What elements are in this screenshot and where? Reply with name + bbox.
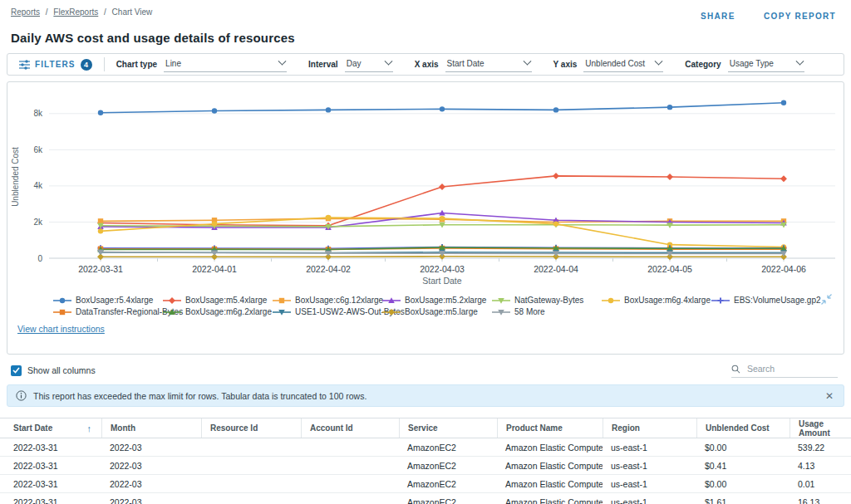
table-cell: 2022-03-31 (0, 475, 101, 492)
svg-text:2022-04-01: 2022-04-01 (192, 264, 237, 274)
svg-text:2022-04-06: 2022-04-06 (761, 264, 806, 274)
column-header-start-date[interactable]: Start Date↑ (0, 418, 101, 438)
svg-text:2022-03-31: 2022-03-31 (78, 264, 123, 274)
info-icon (16, 390, 27, 401)
legend-item[interactable]: BoxUsage:c6g.12xlarge (273, 296, 382, 305)
svg-text:4k: 4k (33, 181, 43, 190)
column-header-region[interactable]: Region (603, 418, 696, 438)
legend-marker-icon (273, 308, 291, 316)
column-header-unblended-cost[interactable]: Unblended Cost (696, 418, 790, 438)
legend-item[interactable]: NatGateway-Bytes (492, 296, 602, 305)
filter-chart-type: Chart typeLine (116, 57, 287, 72)
breadcrumb-link-reports[interactable]: Reports (11, 7, 40, 17)
legend-item[interactable]: USE1-USW2-AWS-Out-Bytes (273, 307, 382, 316)
table-cell: 2022-03 (101, 457, 201, 474)
chart-legend: BoxUsage:r5.4xlargeBoxUsage:m5.4xlargeBo… (53, 296, 844, 316)
legend-label: BoxUsage:m5.large (405, 307, 478, 316)
filter-label: Interval (308, 60, 338, 69)
table-cell: us-east-1 (603, 475, 696, 492)
legend-item[interactable]: 58 More (492, 307, 602, 316)
svg-text:2022-04-03: 2022-04-03 (420, 264, 465, 274)
line-chart[interactable]: 02k4k6k8k2022-03-312022-04-012022-04-022… (7, 86, 844, 295)
filter-value-dropdown[interactable]: Day (345, 57, 393, 72)
filter-interval: IntervalDay (308, 57, 393, 72)
data-table: Start Date↑MonthResource IdAccount IdSer… (0, 418, 851, 504)
table-row[interactable]: 2022-03-312022-03AmazonEC2Amazon Elastic… (0, 475, 851, 493)
legend-item[interactable]: BoxUsage:r5.4xlarge (53, 296, 163, 305)
column-header-product-name[interactable]: Product Name (497, 418, 603, 438)
copy-report-button[interactable]: COPY REPORT (764, 12, 836, 21)
table-cell (201, 475, 301, 492)
table-cell: $0.00 (696, 438, 790, 456)
share-button[interactable]: SHARE (701, 12, 735, 21)
legend-item[interactable]: DataTransfer-Regional-Bytes (53, 307, 163, 316)
breadcrumb: Reports / FlexReports / Chart View (11, 7, 152, 17)
legend-item[interactable]: BoxUsage:m6g.2xlarge (163, 307, 273, 316)
legend-item[interactable]: BoxUsage:m5.large (382, 307, 492, 316)
search-input[interactable] (745, 363, 838, 374)
table-cell: 2022-03-31 (0, 438, 101, 456)
filter-label: Category (685, 60, 721, 69)
table-controls: Show all columns (11, 363, 838, 378)
table-row[interactable]: 2022-03-312022-03AmazonEC2Amazon Elastic… (0, 457, 851, 475)
filter-value-dropdown[interactable]: Start Date (445, 57, 532, 72)
svg-text:8k: 8k (33, 109, 43, 118)
table-cell (201, 493, 301, 504)
filter-value-dropdown[interactable]: Unblended Cost (583, 57, 663, 72)
filter-category: CategoryUsage Type (685, 57, 804, 72)
svg-text:2022-04-05: 2022-04-05 (647, 264, 692, 274)
show-all-columns-control[interactable]: Show all columns (11, 365, 96, 376)
table-cell: Amazon Elastic Compute Clc (497, 457, 603, 474)
legend-label: EBS:VolumeUsage.gp2 (734, 296, 821, 305)
legend-marker-icon (492, 296, 510, 305)
show-all-columns-label: Show all columns (27, 365, 96, 375)
column-header-account-id[interactable]: Account Id (301, 418, 399, 438)
page-title: Daily AWS cost and usage details of reso… (11, 31, 851, 45)
svg-text:2k: 2k (33, 218, 43, 227)
truncation-banner: This report has exceeded the max limit f… (7, 384, 844, 407)
table-header-row: Start Date↑MonthResource IdAccount IdSer… (0, 418, 851, 438)
breadcrumb-link-flexreports[interactable]: FlexReports (53, 7, 98, 17)
table-cell: AmazonEC2 (399, 493, 497, 504)
breadcrumb-separator: / (104, 7, 106, 17)
filter-value-dropdown[interactable]: Usage Type (728, 57, 804, 72)
legend-item[interactable]: BoxUsage:m5.2xlarge (382, 296, 492, 305)
breadcrumb-separator: / (46, 7, 48, 17)
chart-card: 02k4k6k8k2022-03-312022-04-012022-04-022… (7, 81, 844, 355)
table-cell (301, 493, 399, 504)
filters-divider (104, 57, 105, 71)
collapse-chart-icon[interactable] (820, 293, 833, 306)
legend-item[interactable]: EBS:VolumeUsage.gp2 (711, 296, 821, 305)
filters-bar: FILTERS 4 Chart typeLineIntervalDayX axi… (7, 53, 844, 76)
legend-label: BoxUsage:c6g.12xlarge (295, 296, 383, 305)
legend-label: BoxUsage:r5.4xlarge (76, 296, 153, 305)
chevron-down-icon (278, 56, 287, 65)
filter-value-dropdown[interactable]: Line (164, 57, 287, 72)
column-header-resource-id[interactable]: Resource Id (201, 418, 301, 438)
show-all-columns-checkbox[interactable] (11, 365, 22, 376)
legend-item[interactable]: BoxUsage:m6g.4xlarge (602, 296, 711, 305)
table-cell: 539.22 (790, 438, 851, 456)
search-box (731, 363, 838, 378)
svg-text:Start Date: Start Date (422, 276, 461, 286)
column-header-service[interactable]: Service (399, 418, 497, 438)
filters-toggle-button[interactable]: FILTERS 4 (16, 59, 96, 71)
sort-ascending-icon[interactable]: ↑ (87, 423, 92, 433)
table-cell: 2022-03 (101, 493, 201, 504)
column-header-month[interactable]: Month (101, 418, 201, 438)
view-chart-instructions-link[interactable]: View chart instructions (17, 324, 105, 334)
chevron-down-icon (795, 56, 804, 65)
banner-close-button[interactable]: ✕ (824, 390, 835, 402)
legend-marker-icon (273, 296, 291, 305)
table-row[interactable]: 2022-03-312022-03AmazonEC2Amazon Elastic… (0, 438, 851, 457)
column-header-usage-amount[interactable]: Usage Amount (790, 418, 851, 438)
legend-marker-icon (163, 296, 181, 305)
table-cell: AmazonEC2 (399, 457, 497, 474)
table-row[interactable]: 2022-03-312022-03AmazonEC2Amazon Elastic… (0, 493, 851, 504)
breadcrumb-current: Chart View (112, 7, 153, 17)
filter-label: Chart type (116, 60, 157, 69)
table-cell: 4.13 (790, 457, 851, 474)
legend-item[interactable]: BoxUsage:m5.4xlarge (163, 296, 273, 305)
legend-marker-icon (492, 308, 510, 316)
chevron-down-icon (655, 56, 663, 65)
